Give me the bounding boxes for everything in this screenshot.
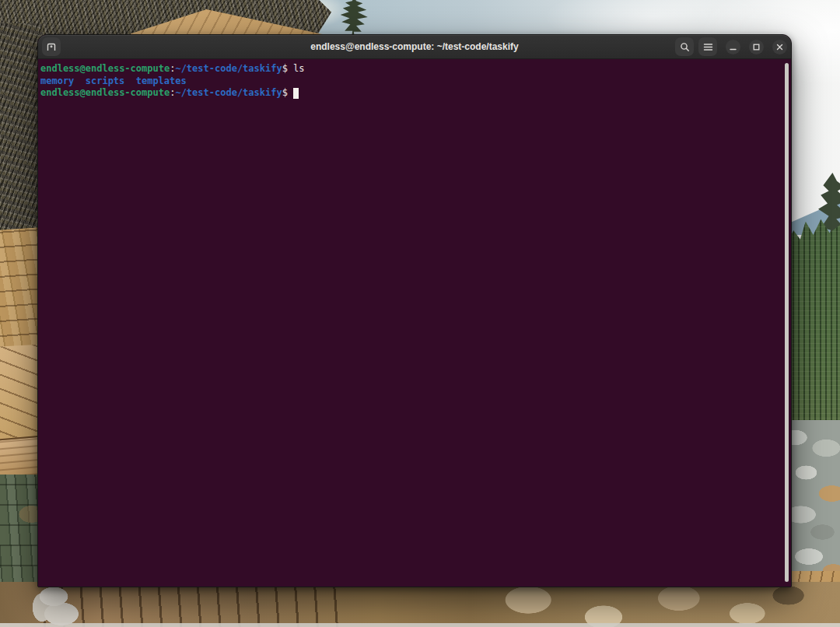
maximize-icon — [753, 44, 760, 51]
hamburger-menu-icon — [703, 43, 713, 51]
terminal-scrollbar[interactable] — [785, 63, 789, 582]
terminal-line-prompt-current: endless@endless-compute : ~/test-code/ta… — [40, 87, 783, 100]
dir-entry: scripts — [86, 75, 125, 88]
terminal-line-ls-output: memory scripts templates — [40, 75, 783, 88]
terminal-screen[interactable]: endless@endless-compute : ~/test-code/ta… — [38, 59, 791, 587]
wallpaper-bottom-edge — [0, 623, 840, 627]
search-button[interactable] — [675, 37, 694, 56]
wallpaper-driftwood — [19, 583, 96, 627]
wallpaper-twig-wall — [0, 23, 42, 241]
prompt-user-host: endless@endless-compute — [40, 63, 170, 75]
prompt-path: ~/test-code/taskify — [175, 87, 282, 100]
dir-entry: memory — [40, 75, 74, 88]
menu-button[interactable] — [698, 37, 717, 56]
close-icon — [776, 44, 783, 51]
command-text: ls — [293, 63, 304, 75]
new-tab-button[interactable] — [42, 37, 61, 56]
prompt-colon: : — [170, 87, 175, 100]
maximize-button[interactable] — [749, 40, 764, 54]
wallpaper-rock-slope — [787, 420, 840, 595]
wallpaper-pine-forest — [787, 219, 840, 442]
close-button[interactable] — [772, 40, 787, 54]
prompt-user-host: endless@endless-compute — [40, 87, 170, 100]
minimize-icon — [730, 44, 737, 51]
titlebar[interactable]: endless@endless-compute: ~/test-code/tas… — [38, 35, 791, 59]
dir-entry: templates — [136, 75, 187, 88]
terminal-cursor — [293, 88, 299, 99]
terminal-line-prompt-ls: endless@endless-compute : ~/test-code/ta… — [40, 63, 783, 75]
search-icon — [680, 42, 690, 52]
prompt-dollar: $ — [282, 87, 288, 100]
prompt-colon: : — [170, 63, 175, 75]
tab-new-icon — [46, 41, 57, 52]
minimize-button[interactable] — [726, 40, 740, 54]
prompt-dollar: $ — [282, 63, 288, 75]
wallpaper-ground-stones — [467, 582, 809, 627]
prompt-path: ~/test-code/taskify — [175, 63, 282, 75]
terminal-window: endless@endless-compute: ~/test-code/tas… — [37, 34, 792, 587]
